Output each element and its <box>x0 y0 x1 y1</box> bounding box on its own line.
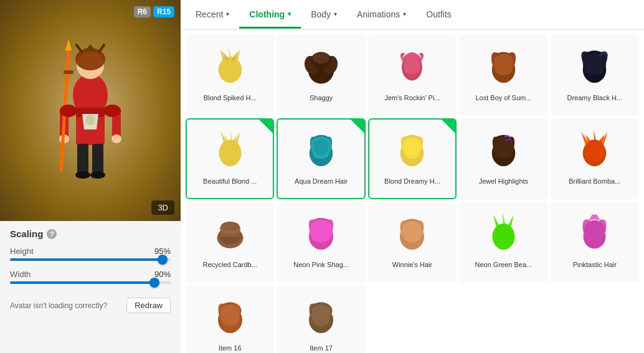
nav-tab-chevron-0: ▾ <box>226 11 229 17</box>
item-name-16: Item 17 <box>310 344 333 352</box>
item-card-7[interactable]: Blond Dreamy H... <box>368 118 457 199</box>
nav-tab-animations[interactable]: Animations▾ <box>347 2 416 29</box>
item-image-9 <box>570 123 620 173</box>
svg-point-23 <box>218 57 242 83</box>
height-thumb[interactable] <box>158 255 168 265</box>
item-card-5[interactable]: Beautiful Blond ... <box>186 118 274 199</box>
height-fill <box>10 258 163 261</box>
item-image-10 <box>205 207 255 257</box>
item-image-16 <box>296 290 346 340</box>
svg-point-59 <box>584 139 605 162</box>
svg-marker-17 <box>65 39 72 50</box>
item-name-15: Item 16 <box>219 344 242 352</box>
width-label: Width <box>10 270 31 279</box>
item-name-11: Neon Pink Shag... <box>293 260 349 269</box>
scaling-label: Scaling <box>10 228 43 239</box>
left-panel: R6 R15 <box>0 0 181 353</box>
avatar-error-text: Avatar isn't loading correctly? <box>10 301 107 310</box>
item-card-2[interactable]: Jem's Rockin' Pi... <box>368 35 457 116</box>
item-image-3 <box>478 40 528 90</box>
avatar-figure <box>50 21 131 201</box>
avatar-viewport: R6 R15 <box>0 0 181 221</box>
scaling-title: Scaling ? <box>10 228 171 239</box>
nav-tab-clothing[interactable]: Clothing▾ <box>239 2 301 29</box>
item-card-3[interactable]: Lost Boy of Sum... <box>459 35 547 116</box>
item-name-8: Jewel Highlights <box>479 177 528 186</box>
item-name-4: Dreamy Black H... <box>567 93 622 102</box>
item-name-2: Jem's Rockin' Pi... <box>384 93 440 102</box>
height-track[interactable] <box>10 258 171 261</box>
nav-tab-label-2: Body <box>311 9 331 19</box>
item-image-11 <box>296 207 346 257</box>
item-image-2 <box>387 40 437 90</box>
width-value: 90% <box>154 270 171 279</box>
item-image-4 <box>570 40 620 90</box>
item-image-0 <box>205 40 255 90</box>
item-name-3: Lost Boy of Sum... <box>475 93 531 102</box>
item-card-6[interactable]: Aqua Dream Hair <box>277 118 365 199</box>
item-name-9: Brilliant Bomba... <box>569 177 620 186</box>
item-card-10[interactable]: Recycled Cardb... <box>186 202 274 283</box>
width-thumb[interactable] <box>149 278 159 288</box>
scaling-section: Scaling ? Height 95% Width 90% <box>0 221 181 353</box>
nav-tab-chevron-2: ▾ <box>334 11 337 17</box>
redraw-button[interactable]: Redraw <box>126 298 171 313</box>
items-grid: Blond Spiked H... Shaggy Jem's Rockin' P… <box>186 35 639 353</box>
item-name-10: Recycled Cardb... <box>202 260 257 269</box>
svg-point-19 <box>60 105 77 117</box>
svg-line-5 <box>98 44 105 53</box>
svg-rect-8 <box>77 144 88 175</box>
width-fill <box>10 281 154 284</box>
item-card-8[interactable]: Jewel Highlights <box>459 118 547 199</box>
item-image-1 <box>296 40 346 90</box>
svg-point-11 <box>90 171 105 179</box>
item-card-14[interactable]: Pinktastic Hair <box>551 202 639 283</box>
height-label: Height <box>10 247 34 256</box>
svg-point-72 <box>493 224 514 246</box>
item-card-15[interactable]: Item 16 <box>186 285 274 353</box>
nav-tab-chevron-3: ▾ <box>403 11 406 17</box>
btn-3d[interactable]: 3D <box>151 200 174 215</box>
svg-point-46 <box>220 139 240 162</box>
item-card-11[interactable]: Neon Pink Shag... <box>277 202 365 283</box>
item-image-8 <box>478 123 528 173</box>
item-card-16[interactable]: Item 17 <box>277 285 365 353</box>
nav-tab-body[interactable]: Body▾ <box>301 2 347 29</box>
nav-tab-chevron-1: ▾ <box>288 11 291 17</box>
nav-tab-outfits[interactable]: Outfits <box>416 2 461 29</box>
svg-rect-9 <box>92 144 103 175</box>
right-panel: Recent▾Clothing▾Body▾Animations▾Outfits … <box>181 0 644 353</box>
svg-point-63 <box>220 222 239 231</box>
nav-tab-label-1: Clothing <box>249 9 285 19</box>
item-name-12: Winnie's Hair <box>392 260 432 269</box>
items-grid-container[interactable]: Blond Spiked H... Shaggy Jem's Rockin' P… <box>181 30 644 353</box>
height-slider-row: Height 95% <box>10 247 171 261</box>
item-card-1[interactable]: Shaggy <box>277 35 365 116</box>
svg-point-75 <box>584 220 605 238</box>
item-card-0[interactable]: Blond Spiked H... <box>186 35 274 116</box>
item-name-1: Shaggy <box>310 93 333 102</box>
item-image-7 <box>387 123 437 173</box>
item-image-12 <box>387 207 437 257</box>
nav-tab-label-3: Animations <box>357 9 400 19</box>
item-card-4[interactable]: Dreamy Black H... <box>551 35 639 116</box>
nav-tab-label-4: Outfits <box>426 9 451 19</box>
item-card-12[interactable]: Winnie's Hair <box>368 202 457 283</box>
item-image-14 <box>570 207 620 257</box>
nav-tab-recent[interactable]: Recent▾ <box>186 2 239 29</box>
avatar-error-row: Avatar isn't loading correctly? Redraw <box>10 293 171 313</box>
scaling-info-icon[interactable]: ? <box>47 229 57 239</box>
nav-tabs: Recent▾Clothing▾Body▾Animations▾Outfits <box>181 0 644 30</box>
item-image-5 <box>205 123 255 173</box>
badge-r6[interactable]: R6 <box>134 6 151 17</box>
item-card-13[interactable]: Neon Green Bea... <box>459 202 547 283</box>
svg-line-4 <box>76 44 82 53</box>
width-track[interactable] <box>10 281 171 284</box>
badge-r15[interactable]: R15 <box>153 6 174 17</box>
avatar-badges: R6 R15 <box>134 6 174 17</box>
item-name-0: Blond Spiked H... <box>204 93 257 102</box>
svg-point-10 <box>75 171 90 179</box>
item-card-9[interactable]: Brilliant Bomba... <box>551 118 639 199</box>
nav-tab-label-0: Recent <box>196 9 223 19</box>
svg-point-20 <box>103 105 121 117</box>
